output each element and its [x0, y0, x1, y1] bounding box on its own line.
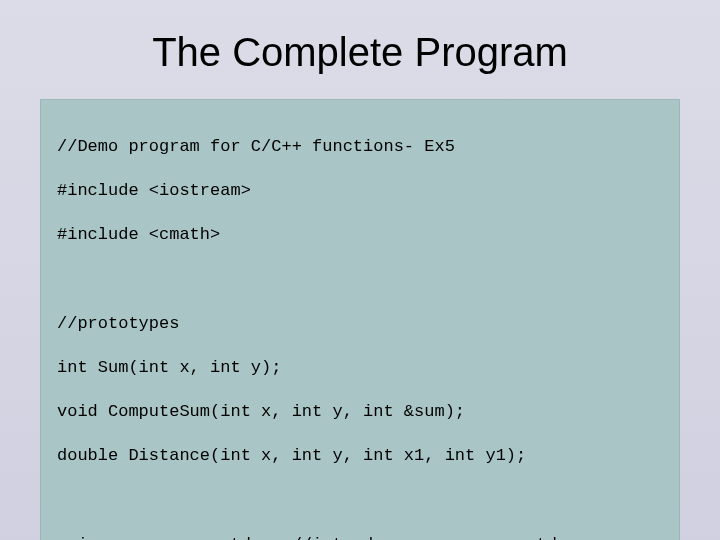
code-line: //Demo program for C/C++ functions- Ex5 [57, 136, 663, 158]
code-line: void ComputeSum(int x, int y, int &sum); [57, 401, 663, 423]
page-title: The Complete Program [40, 30, 680, 75]
code-line: #include <iostream> [57, 180, 663, 202]
blank-line [57, 490, 663, 512]
code-block: //Demo program for C/C++ functions- Ex5 … [40, 99, 680, 540]
blank-line [57, 269, 663, 291]
code-line: double Distance(int x, int y, int x1, in… [57, 445, 663, 467]
code-line: #include <cmath> [57, 224, 663, 246]
code-line: using namespace std; //introduces namesp… [57, 534, 663, 540]
slide: The Complete Program //Demo program for … [0, 0, 720, 540]
code-line: //prototypes [57, 313, 663, 335]
code-line: int Sum(int x, int y); [57, 357, 663, 379]
